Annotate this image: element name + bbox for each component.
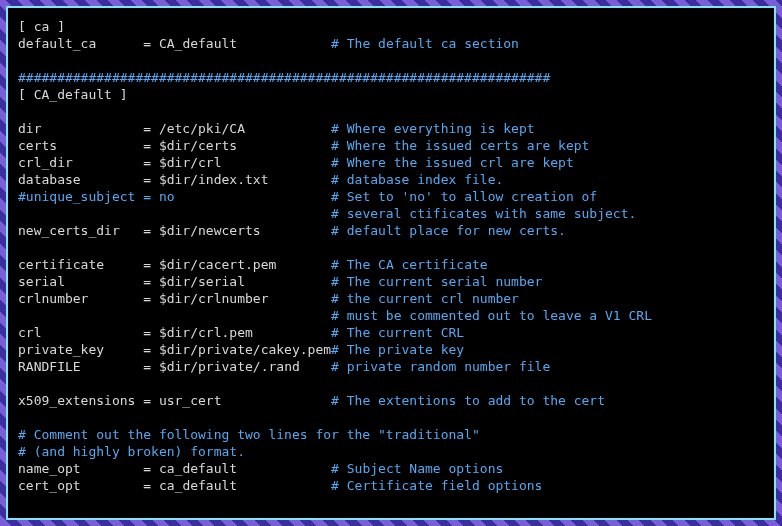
- cmt-dir: # Where everything is kept: [331, 121, 535, 136]
- val-x509-extensions: = usr_cert: [143, 393, 221, 408]
- cmt-crl-dir: # Where the issued crl are kept: [331, 155, 574, 170]
- val-certificate: = $dir/cacert.pem: [143, 257, 276, 272]
- cmt-traditional-1: # Comment out the following two lines fo…: [18, 427, 480, 442]
- cmt-unique-subject-1: # Set to 'no' to allow creation of: [331, 189, 597, 204]
- key-randfile: RANDFILE: [18, 359, 81, 374]
- val-dir: = /etc/pki/CA: [143, 121, 245, 136]
- cmt-serial: # The current serial number: [331, 274, 542, 289]
- key-certificate: certificate: [18, 257, 104, 272]
- cmt-cert-opt: # Certificate field options: [331, 478, 542, 493]
- cmt-certificate: # The CA certificate: [331, 257, 488, 272]
- cmt-name-opt: # Subject Name options: [331, 461, 503, 476]
- val-default-ca: = CA_default: [143, 36, 237, 51]
- cmt-certs: # Where the issued certs are kept: [331, 138, 589, 153]
- key-cert-opt: cert_opt: [18, 478, 81, 493]
- cmt-database: # database index file.: [331, 172, 503, 187]
- key-database: database: [18, 172, 81, 187]
- key-crl: crl: [18, 325, 41, 340]
- cmt-crlnumber-2: # must be commented out to leave a V1 CR…: [331, 308, 652, 323]
- key-name-opt: name_opt: [18, 461, 81, 476]
- key-dir: dir: [18, 121, 41, 136]
- key-default-ca: default_ca: [18, 36, 96, 51]
- terminal-content: [ ca ] default_ca = CA_default # The def…: [6, 6, 776, 520]
- val-new-certs-dir: = $dir/newcerts: [143, 223, 260, 238]
- line-unique-subject: #unique_subject = no: [18, 189, 175, 204]
- cmt-new-certs-dir: # default place for new certs.: [331, 223, 566, 238]
- val-certs: = $dir/certs: [143, 138, 237, 153]
- val-cert-opt: = ca_default: [143, 478, 237, 493]
- val-serial: = $dir/serial: [143, 274, 245, 289]
- cmt-traditional-2: # (and highly broken) format.: [18, 444, 245, 459]
- key-new-certs-dir: new_certs_dir: [18, 223, 120, 238]
- cmt-private-key: # The private key: [331, 342, 464, 357]
- key-serial: serial: [18, 274, 65, 289]
- key-certs: certs: [18, 138, 57, 153]
- section-ca: [ ca ]: [18, 19, 65, 34]
- val-name-opt: = ca_default: [143, 461, 237, 476]
- section-ca-default: [ CA_default ]: [18, 87, 128, 102]
- key-x509-extensions: x509_extensions: [18, 393, 135, 408]
- divider-hash: ########################################…: [18, 70, 550, 85]
- window-frame: [ ca ] default_ca = CA_default # The def…: [0, 0, 782, 526]
- val-randfile: = $dir/private/.rand: [143, 359, 300, 374]
- val-crl: = $dir/crl.pem: [143, 325, 253, 340]
- cmt-unique-subject-2: # several ctificates with same subject.: [331, 206, 636, 221]
- cmt-randfile: # private random number file: [331, 359, 550, 374]
- val-crlnumber: = $dir/crlnumber: [143, 291, 268, 306]
- val-database: = $dir/index.txt: [143, 172, 268, 187]
- key-private-key: private_key: [18, 342, 104, 357]
- val-crl-dir: = $dir/crl: [143, 155, 221, 170]
- val-private-key: = $dir/private/cakey.pem: [143, 342, 331, 357]
- key-crl-dir: crl_dir: [18, 155, 73, 170]
- cmt-default-ca: # The default ca section: [331, 36, 519, 51]
- cmt-crlnumber: # the current crl number: [331, 291, 519, 306]
- cmt-crl: # The current CRL: [331, 325, 464, 340]
- key-crlnumber: crlnumber: [18, 291, 88, 306]
- cmt-x509-extensions: # The extentions to add to the cert: [331, 393, 605, 408]
